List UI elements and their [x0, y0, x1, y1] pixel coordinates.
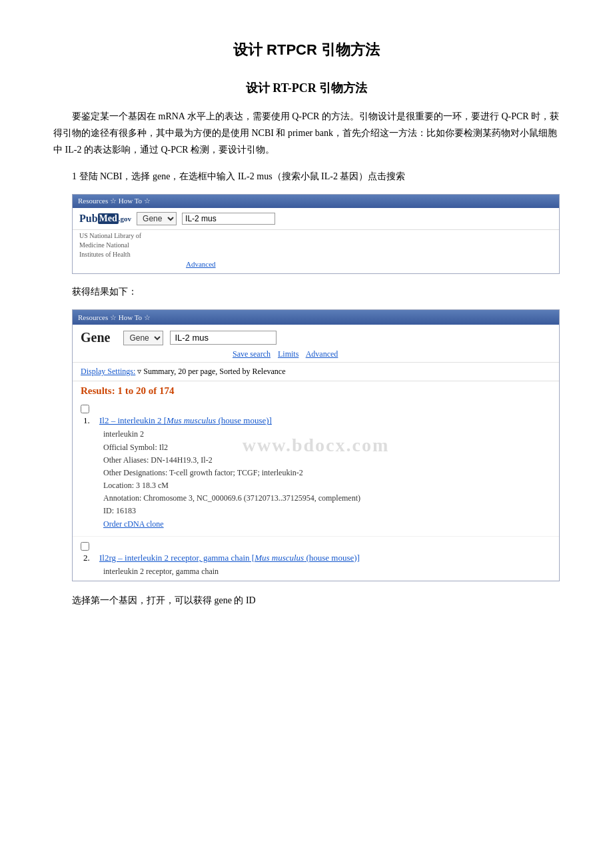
result2-checkbox[interactable] — [81, 542, 89, 551]
save-search-link[interactable]: Save search — [233, 349, 271, 359]
result2-title-part1: Il2rg – interleukin 2 receptor, gamma ch… — [99, 553, 255, 563]
limits-link[interactable]: Limits — [278, 349, 299, 359]
results-count: Results: 1 to 20 of 174 — [73, 381, 559, 399]
result2-detail: interleukin 2 receptor, gamma chain — [103, 565, 551, 578]
search-links-row: Save search Limits Advanced — [73, 348, 559, 362]
advanced-link-small[interactable]: Advanced — [186, 260, 216, 268]
result2-title-mus: Mus musculus — [255, 553, 304, 563]
display-settings-row: Display Settings: ▿ Summary, 20 per page… — [73, 362, 559, 381]
database-select-medium[interactable]: Gene — [123, 331, 163, 345]
result-item-1: 1. Il2 – interleukin 2 [Mus musculus (ho… — [73, 399, 559, 537]
result1-title-link[interactable]: Il2 – interleukin 2 [Mus musculus (house… — [99, 415, 272, 426]
result1-number: 1. — [83, 415, 95, 426]
result1-title-part1: Il2 – interleukin 2 [ — [99, 415, 167, 425]
result1-detail: interleukin 2 Official Symbol: Il2 Other… — [103, 428, 551, 531]
result1-title-part2: (house mouse)] — [216, 415, 272, 425]
screenshot1-box: Resources ☆ How To ☆ PubMed.gov Gene US … — [72, 194, 560, 274]
screenshot1-header-text: Resources ☆ How To ☆ — [78, 197, 151, 205]
screenshot2-header-text: Resources ☆ How To ☆ — [78, 313, 151, 322]
screenshot2-box: Resources ☆ How To ☆ Gene Gene Save sear… — [72, 309, 560, 581]
intro-paragraph: 要鉴定某一个基因在 mRNA 水平上的表达，需要使用 Q-PCR 的方法。引物设… — [53, 108, 560, 159]
result1-checkbox[interactable] — [81, 405, 89, 413]
screenshot1-header: Resources ☆ How To ☆ — [73, 195, 559, 208]
section-title: 设计 RT-PCR 引物方法 — [53, 80, 560, 96]
gene-title-bar: Gene Gene — [73, 325, 559, 348]
display-settings-icon: ▿ — [137, 367, 143, 376]
pubmed-logo: PubMed.gov — [79, 213, 131, 225]
database-select-small[interactable]: Gene — [137, 212, 177, 225]
pubmed-info: US National Library of Medicine National… — [73, 230, 559, 273]
result2-number: 2. — [83, 553, 95, 563]
logo-pub: Pub — [79, 213, 98, 225]
display-settings-link[interactable]: Display Settings: — [81, 367, 135, 376]
gene-big-label: Gene — [81, 330, 110, 345]
logo-med: Med — [98, 213, 119, 224]
step1-text: 1 登陆 NCBI，选择 gene，在选框中输入 IL-2 mus（搜索小鼠 I… — [72, 168, 560, 185]
closing-text: 选择第一个基因，打开，可以获得 gene 的 ID — [72, 592, 560, 609]
display-summary-text: Summary, 20 per page, Sorted by Relevanc… — [143, 367, 285, 376]
results-label: 获得结果如下： — [72, 283, 560, 300]
result1-title-mus: Mus musculus — [167, 415, 216, 425]
screenshot2-header: Resources ☆ How To ☆ — [73, 310, 559, 325]
result2-title-link[interactable]: Il2rg – interleukin 2 receptor, gamma ch… — [99, 553, 360, 563]
pubmed-search-bar: PubMed.gov Gene — [73, 208, 559, 230]
result1-header — [81, 403, 551, 413]
logo-gov: .gov — [119, 215, 131, 223]
search-input-medium[interactable] — [170, 331, 277, 345]
result-item-2: 2. Il2rg – interleukin 2 receptor, gamma… — [73, 537, 559, 581]
order-cdna-link[interactable]: Order cDNA clone — [103, 519, 164, 529]
advanced-link[interactable]: Advanced — [306, 349, 338, 359]
result2-title-part2: (house mouse)] — [304, 553, 360, 563]
search-input-small[interactable] — [182, 213, 275, 225]
main-title: 设计 RTPCR 引物方法 — [53, 40, 560, 60]
